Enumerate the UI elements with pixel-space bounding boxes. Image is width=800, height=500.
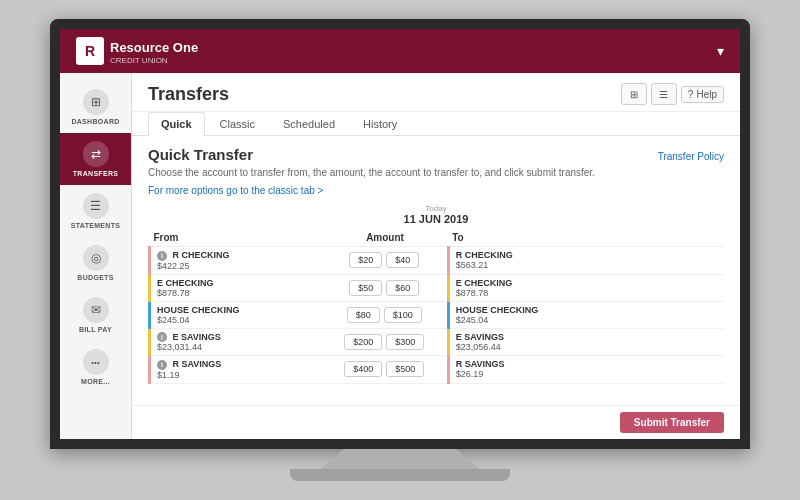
submit-transfer-button[interactable]: Submit Transfer (620, 412, 724, 433)
top-nav: R Resource One CREDIT UNION ▾ (60, 29, 740, 73)
from-account-name: i R SAVINGS (157, 359, 318, 370)
table-row: HOUSE CHECKING $245.04 $80$100 HOUSE CHE… (150, 301, 725, 328)
to-account-balance: $23,056.44 (456, 342, 617, 352)
sidebar-label-dashboard: DASHBOARD (71, 118, 119, 125)
logo-name: Resource One (110, 40, 198, 55)
monitor-screen: R Resource One CREDIT UNION ▾ ⊞ DASHBOAR… (50, 19, 750, 449)
from-account-cell: HOUSE CHECKING $245.04 (150, 301, 322, 328)
to-account-cell: R CHECKING $563.21 (448, 247, 620, 275)
sidebar-item-more[interactable]: ••• MORE... (60, 341, 131, 393)
from-account-cell: E CHECKING $878.78 (150, 274, 322, 301)
amount-button[interactable]: $20 (349, 252, 382, 268)
sidebar-label-billpay: BILL PAY (79, 326, 112, 333)
main-content: Transfers ⊞ ☰ ? Help Quick Classic Sched… (132, 73, 740, 439)
to-account-name: E SAVINGS (456, 332, 617, 342)
to-account-balance: $245.04 (456, 315, 617, 325)
sidebar-label-statements: STATEMENTS (71, 222, 120, 229)
help-button[interactable]: ? Help (681, 86, 724, 103)
amount-button[interactable]: $40 (386, 252, 419, 268)
amount-button[interactable]: $60 (386, 280, 419, 296)
budgets-icon: ◎ (83, 245, 109, 271)
sidebar-item-transfers[interactable]: ⇄ TRANSFERS (60, 133, 131, 185)
sidebar: ⊞ DASHBOARD ⇄ TRANSFERS ☰ STATEMENTS ◎ B… (60, 73, 132, 439)
grid-view-button[interactable]: ⊞ (621, 83, 647, 105)
tabs-bar: Quick Classic Scheduled History (132, 112, 740, 136)
classic-tab-link[interactable]: For more options go to the classic tab > (148, 185, 323, 196)
from-account-cell: i R SAVINGS $1.19 (150, 356, 322, 384)
to-account-cell: R SAVINGS $26.19 (448, 356, 620, 384)
section-header-row: Quick Transfer Choose the account to tra… (148, 146, 724, 198)
from-account-cell: i R CHECKING $422.25 (150, 247, 322, 275)
tab-scheduled[interactable]: Scheduled (270, 112, 348, 135)
statements-icon: ☰ (83, 193, 109, 219)
sidebar-item-dashboard[interactable]: ⊞ DASHBOARD (60, 81, 131, 133)
monitor-wrapper: R Resource One CREDIT UNION ▾ ⊞ DASHBOAR… (40, 19, 760, 481)
logo-text: Resource One CREDIT UNION (110, 38, 198, 65)
amount-button[interactable]: $500 (386, 361, 424, 377)
date-row: Today 11 JUN 2019 (148, 204, 724, 225)
to-account-cell: E SAVINGS $23,056.44 (448, 328, 620, 356)
amount-button[interactable]: $80 (347, 307, 380, 323)
sidebar-label-transfers: TRANSFERS (73, 170, 118, 177)
billpay-icon: ✉ (83, 297, 109, 323)
to-account-balance: $26.19 (456, 369, 617, 379)
amount-button[interactable]: $50 (349, 280, 382, 296)
table-row: i R CHECKING $422.25 $20$40 R CHECKING $… (150, 247, 725, 275)
sidebar-item-budgets[interactable]: ◎ BUDGETS (60, 237, 131, 289)
table-row: i R SAVINGS $1.19 $400$500 R SAVINGS $26… (150, 356, 725, 384)
page-title: Transfers (148, 84, 229, 105)
more-icon: ••• (83, 349, 109, 375)
to-account-cell: E CHECKING $878.78 (448, 274, 620, 301)
col-from: From (150, 229, 322, 247)
table-row: i E SAVINGS $23,031.44 $200$300 E SAVING… (150, 328, 725, 356)
from-account-name: i R CHECKING (157, 250, 318, 261)
from-account-name: E CHECKING (157, 278, 318, 288)
sidebar-label-budgets: BUDGETS (77, 274, 113, 281)
from-account-balance: $1.19 (157, 370, 318, 380)
amount-cell: $200$300 (322, 328, 448, 356)
amount-button[interactable]: $100 (384, 307, 422, 323)
to-account-name: HOUSE CHECKING (456, 305, 617, 315)
list-view-button[interactable]: ☰ (651, 83, 677, 105)
info-icon: i (157, 251, 167, 261)
amount-button[interactable]: $300 (386, 334, 424, 350)
monitor-stand (320, 449, 480, 469)
transfers-icon: ⇄ (83, 141, 109, 167)
section-title: Quick Transfer (148, 146, 595, 163)
to-account-balance: $563.21 (456, 260, 617, 270)
monitor-base (290, 469, 510, 481)
header-actions: ⊞ ☰ ? Help (621, 83, 724, 105)
col-to: To (448, 229, 620, 247)
to-account-cell: HOUSE CHECKING $245.04 (448, 301, 620, 328)
from-account-name: HOUSE CHECKING (157, 305, 318, 315)
from-account-balance: $23,031.44 (157, 342, 318, 352)
from-account-name: i E SAVINGS (157, 332, 318, 343)
nav-chevron-icon[interactable]: ▾ (717, 43, 724, 59)
transfer-content: Quick Transfer Choose the account to tra… (132, 136, 740, 405)
logo-sub: CREDIT UNION (110, 56, 198, 65)
date-value: 11 JUN 2019 (148, 213, 724, 225)
dashboard-icon: ⊞ (83, 89, 109, 115)
to-account-name: R CHECKING (456, 250, 617, 260)
to-account-name: R SAVINGS (456, 359, 617, 369)
amount-button[interactable]: $400 (344, 361, 382, 377)
sidebar-item-billpay[interactable]: ✉ BILL PAY (60, 289, 131, 341)
section-desc: Choose the account to transfer from, the… (148, 167, 595, 178)
help-label: Help (696, 89, 717, 100)
to-account-balance: $878.78 (456, 288, 617, 298)
logo-area: R Resource One CREDIT UNION (76, 37, 198, 65)
logo-icon: R (76, 37, 104, 65)
transfer-policy-link[interactable]: Transfer Policy (658, 151, 724, 162)
tab-history[interactable]: History (350, 112, 410, 135)
app-layout: ⊞ DASHBOARD ⇄ TRANSFERS ☰ STATEMENTS ◎ B… (60, 73, 740, 439)
to-account-name: E CHECKING (456, 278, 617, 288)
tab-quick[interactable]: Quick (148, 112, 205, 136)
sidebar-item-statements[interactable]: ☰ STATEMENTS (60, 185, 131, 237)
tab-classic[interactable]: Classic (207, 112, 268, 135)
date-today-label: Today (148, 204, 724, 213)
info-icon: i (157, 360, 167, 370)
transfer-table: From Amount To i R CHECKING $422.25 $20$… (148, 229, 724, 384)
from-account-balance: $878.78 (157, 288, 318, 298)
from-account-balance: $422.25 (157, 261, 318, 271)
amount-button[interactable]: $200 (344, 334, 382, 350)
